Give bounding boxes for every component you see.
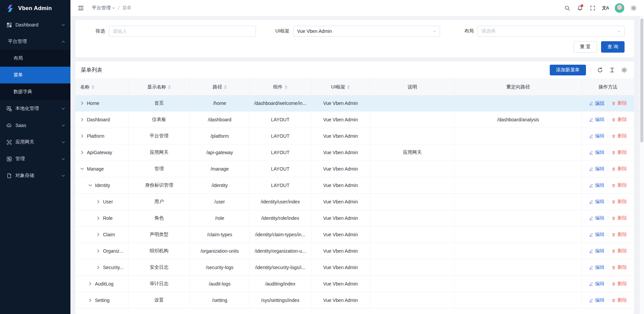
delete-button[interactable]: 删除: [611, 215, 627, 221]
table-settings-icon[interactable]: [620, 66, 629, 74]
add-menu-button[interactable]: 添加新菜单: [550, 65, 586, 75]
sidebar-item-platform[interactable]: 平台管理: [0, 33, 70, 50]
delete-button[interactable]: 删除: [611, 149, 627, 155]
avatar[interactable]: [614, 3, 625, 13]
expander-icon[interactable]: [80, 118, 84, 122]
expander-icon[interactable]: [88, 298, 92, 302]
content: 筛选 UI框架 Vue Vben Admin 布局 请选择: [70, 16, 644, 314]
row-height-icon[interactable]: [608, 66, 616, 74]
cell-display: 管理: [128, 161, 190, 177]
column-header-4[interactable]: UI框架: [311, 79, 370, 95]
framework-select[interactable]: Vue Vben Admin: [293, 26, 440, 37]
fullscreen-icon[interactable]: [587, 2, 598, 14]
app-logo[interactable]: Vben Admin: [0, 0, 70, 16]
sidebar-item-storage[interactable]: 对象存储: [0, 167, 70, 184]
search-icon[interactable]: [561, 2, 573, 14]
edit-button[interactable]: 编辑: [589, 215, 604, 221]
action-divider: [608, 281, 608, 286]
delete-button[interactable]: 删除: [611, 117, 627, 123]
refresh-icon[interactable]: [596, 66, 604, 74]
delete-button[interactable]: 删除: [611, 166, 627, 172]
delete-button[interactable]: 删除: [611, 297, 627, 303]
sort-icon[interactable]: [285, 85, 287, 89]
sidebar-item-dashboard[interactable]: Dashboard: [0, 16, 70, 33]
settings-icon[interactable]: [628, 2, 639, 14]
cell-component: /identity/organization-u...: [250, 243, 311, 259]
sort-icon[interactable]: [168, 85, 171, 89]
delete-button[interactable]: 删除: [611, 100, 627, 106]
cell-description: [370, 194, 454, 210]
delete-button[interactable]: 删除: [611, 199, 627, 205]
expander-icon[interactable]: [88, 183, 92, 187]
reset-button[interactable]: 重 置: [574, 41, 597, 53]
delete-button[interactable]: 删除: [611, 232, 627, 238]
toolbar-divider: [591, 67, 591, 73]
cell-component: /sys/settings/index: [250, 292, 311, 308]
sidebar-item-dict[interactable]: 数据字典: [0, 83, 70, 100]
table-row: Manage管理/manageLAYOUTVue Vben Admin编辑删除: [75, 161, 634, 177]
expander-icon[interactable]: [80, 134, 84, 138]
edit-button[interactable]: 编辑: [589, 264, 604, 270]
cell-path: /setting: [190, 292, 250, 308]
expander-icon[interactable]: [96, 265, 100, 269]
edit-button[interactable]: 编辑: [589, 297, 604, 303]
cell-display: 组织机构: [128, 243, 190, 259]
edit-button[interactable]: 编辑: [589, 149, 604, 155]
keyword-input[interactable]: [113, 28, 252, 34]
edit-button[interactable]: 编辑: [589, 133, 604, 139]
edit-button[interactable]: 编辑: [589, 248, 604, 254]
table-row: Identity身份标识管理/identityLAYOUTVue Vben Ad…: [75, 177, 634, 194]
expander-icon[interactable]: [88, 282, 92, 286]
sort-icon[interactable]: [224, 85, 227, 89]
delete-button[interactable]: 删除: [611, 281, 627, 287]
cell-actions: 编辑删除: [582, 95, 634, 111]
column-header-7: 操作方法: [582, 79, 634, 95]
expander-icon[interactable]: [96, 200, 100, 204]
edit-button[interactable]: 编辑: [589, 281, 604, 287]
expander-icon[interactable]: [96, 216, 100, 220]
delete-button[interactable]: 删除: [611, 264, 627, 270]
notification-icon[interactable]: [574, 2, 586, 14]
layout-select[interactable]: 请选择: [478, 26, 625, 37]
scrollbar-thumb[interactable]: [640, 18, 643, 142]
edit-button[interactable]: 编辑: [589, 117, 604, 123]
expander-icon[interactable]: [96, 233, 100, 237]
edit-button[interactable]: 编辑: [589, 182, 604, 188]
expander-icon[interactable]: [80, 150, 84, 154]
sort-icon[interactable]: [347, 85, 350, 89]
breadcrumb: 平台管理 / 菜单: [92, 5, 131, 11]
table-header: 名称显示名称路径组件UI框架说明重定向路径操作方法: [75, 79, 634, 95]
cell-component: LAYOUT: [250, 177, 311, 193]
language-icon[interactable]: 文A: [600, 2, 611, 14]
edit-button[interactable]: 编辑: [589, 232, 604, 238]
topbar: 平台管理 / 菜单 文A: [70, 0, 644, 16]
expander-icon[interactable]: [80, 101, 84, 105]
sidebar-item-gateway[interactable]: 应用网关: [0, 134, 70, 150]
expander-icon[interactable]: [80, 167, 84, 171]
edit-button[interactable]: 编辑: [589, 166, 604, 172]
cell-description: [370, 292, 454, 308]
delete-button[interactable]: 删除: [611, 248, 627, 254]
delete-button[interactable]: 删除: [611, 133, 627, 139]
vertical-scrollbar[interactable]: [639, 16, 644, 314]
cell-component: LAYOUT: [250, 144, 311, 161]
notification-dot: [581, 4, 583, 7]
sidebar-item-menu[interactable]: 菜单: [0, 67, 70, 83]
breadcrumb-section[interactable]: 平台管理: [92, 5, 115, 11]
sort-icon[interactable]: [92, 85, 94, 89]
column-header-0[interactable]: 名称: [75, 79, 128, 95]
edit-button[interactable]: 编辑: [589, 199, 604, 205]
sidebar-item-manage[interactable]: 管理: [0, 150, 70, 167]
delete-button[interactable]: 删除: [611, 182, 627, 188]
edit-button[interactable]: 编辑: [589, 100, 604, 106]
table-body: Home首页/home/dashboard/welcome/in...Vue V…: [75, 95, 634, 309]
sidebar-item-saas[interactable]: Saas: [0, 117, 70, 134]
query-button[interactable]: 查 询: [601, 41, 625, 53]
column-header-3[interactable]: 组件: [250, 79, 311, 95]
expander-icon[interactable]: [96, 249, 100, 253]
sidebar-item-layout[interactable]: 布局: [0, 50, 70, 67]
collapse-sidebar-icon[interactable]: [75, 2, 87, 14]
column-header-2[interactable]: 路径: [190, 79, 250, 95]
column-header-1[interactable]: 显示名称: [128, 79, 190, 95]
sidebar-item-localization[interactable]: 本地化管理: [0, 100, 70, 117]
